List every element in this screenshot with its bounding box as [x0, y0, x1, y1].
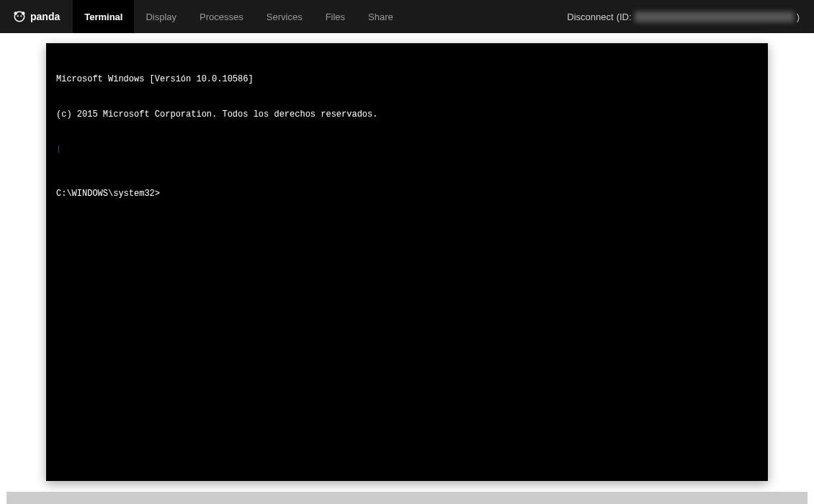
nav-tabs: Terminal Display Processes Services File…	[73, 0, 405, 33]
terminal-window[interactable]: Microsoft Windows [Versión 10.0.10586] (…	[46, 43, 768, 481]
svg-point-3	[17, 15, 19, 17]
header-bar: panda Terminal Display Processes Service…	[0, 0, 814, 33]
disconnect-link[interactable]: Disconnect (ID: ████████████████████████…	[553, 12, 814, 22]
tab-processes[interactable]: Processes	[188, 0, 255, 33]
tab-display[interactable]: Display	[134, 0, 188, 33]
terminal-prompt: C:\WINDOWS\system32>	[56, 188, 758, 199]
tab-files[interactable]: Files	[314, 0, 357, 33]
disconnect-label: Disconnect	[567, 12, 613, 22]
tab-services[interactable]: Services	[255, 0, 314, 33]
terminal-cursor-marker: |	[56, 144, 758, 155]
tab-terminal[interactable]: Terminal	[73, 0, 134, 33]
svg-point-4	[20, 15, 22, 17]
terminal-output-line-1: Microsoft Windows [Versión 10.0.10586]	[56, 73, 758, 85]
tab-share[interactable]: Share	[357, 0, 405, 33]
disconnect-id-prefix: (ID:	[617, 12, 632, 22]
bottom-scrollbar[interactable]	[6, 492, 808, 504]
brand-name: panda	[30, 11, 60, 22]
disconnect-id-suffix: )	[797, 12, 800, 22]
brand-logo[interactable]: panda	[0, 0, 73, 33]
svg-point-1	[14, 12, 18, 15]
disconnect-id-value: ████████████████████████	[635, 12, 794, 22]
terminal-output-line-2: (c) 2015 Microsoft Corporation. Todos lo…	[56, 109, 758, 120]
panda-icon	[13, 10, 26, 23]
svg-point-2	[22, 12, 25, 15]
